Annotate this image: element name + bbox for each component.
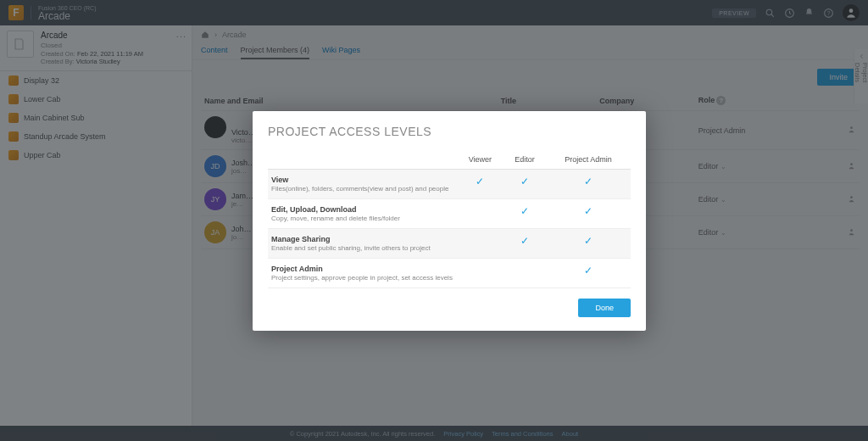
permission-name: Project Admin <box>271 265 323 273</box>
access-table: Viewer Editor Project Admin ViewFiles(on… <box>268 150 631 288</box>
access-levels-modal: PROJECT ACCESS LEVELS Viewer Editor Proj… <box>253 111 646 331</box>
check-icon: ✓ <box>520 235 529 247</box>
col-viewer: Viewer <box>457 150 504 170</box>
check-icon: ✓ <box>520 176 529 187</box>
access-row: Edit, Upload, DownloadCopy, move, rename… <box>268 199 631 229</box>
access-row: ViewFiles(online), folders, comments(vie… <box>268 170 631 199</box>
access-row: Project AdminProject settings, approve p… <box>268 259 631 288</box>
check-icon: ✓ <box>584 205 593 217</box>
permission-desc: Project settings, approve people in proj… <box>271 274 453 282</box>
permission-name: View <box>271 176 288 184</box>
check-icon: ✓ <box>476 176 484 187</box>
check-icon: ✓ <box>584 176 593 187</box>
permission-desc: Files(online), folders, comments(view an… <box>271 185 453 193</box>
col-admin: Project Admin <box>546 150 631 170</box>
check-icon: ✓ <box>520 205 529 217</box>
done-button[interactable]: Done <box>578 299 631 317</box>
permission-name: Edit, Upload, Download <box>271 205 357 214</box>
col-editor: Editor <box>504 150 546 170</box>
permission-desc: Enable and set public sharing, invite ot… <box>271 244 453 252</box>
check-icon: ✓ <box>584 235 593 247</box>
permission-desc: Copy, move, rename and delete files/fold… <box>271 215 453 222</box>
access-row: Manage SharingEnable and set public shar… <box>268 229 631 259</box>
check-icon: ✓ <box>584 265 593 276</box>
permission-name: Manage Sharing <box>271 235 331 243</box>
modal-title: PROJECT ACCESS LEVELS <box>268 125 631 138</box>
